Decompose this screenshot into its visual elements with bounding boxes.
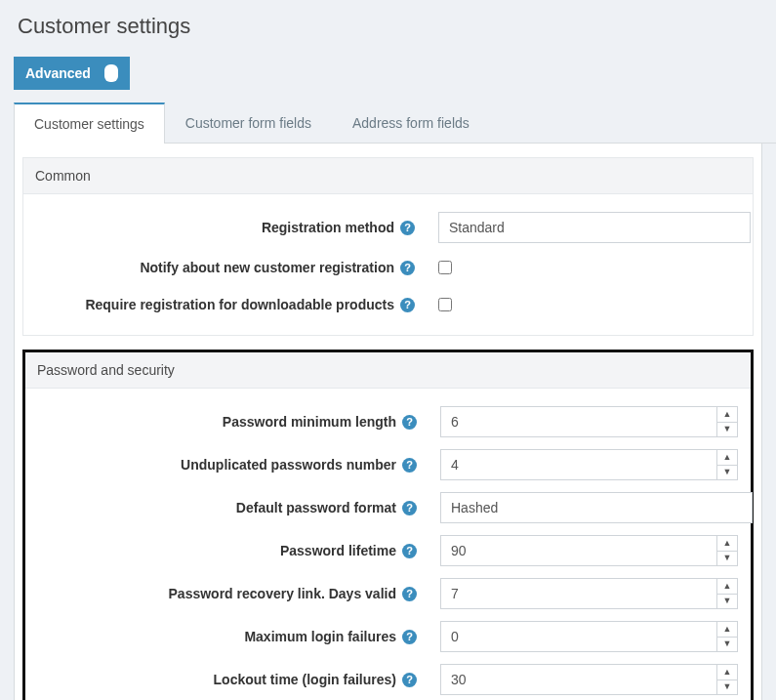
label-undup-passwords: Unduplicated passwords number <box>181 457 396 473</box>
tab-address-form-fields[interactable]: Address form fields <box>332 103 490 144</box>
spin-up-icon[interactable]: ▲ <box>717 407 737 423</box>
advanced-toggle[interactable]: Advanced <box>14 57 130 90</box>
max-login-failures-input[interactable] <box>440 621 716 652</box>
lockout-time-input[interactable] <box>440 664 716 695</box>
help-icon[interactable]: ? <box>402 630 417 644</box>
label-password-lifetime: Password lifetime <box>280 543 396 558</box>
undup-passwords-input[interactable] <box>440 449 716 480</box>
label-recovery-days: Password recovery link. Days valid <box>169 586 396 601</box>
help-icon[interactable]: ? <box>402 501 417 515</box>
page-title: Customer settings <box>0 0 776 57</box>
label-default-password-format: Default password format <box>236 500 396 515</box>
recovery-days-input[interactable] <box>440 578 716 609</box>
label-require-reg-download: Require registration for downloadable pr… <box>85 297 394 312</box>
tab-bar: Customer settings Customer form fields A… <box>14 102 776 144</box>
row-default-password-format: Default password format ? Hashed <box>33 486 743 529</box>
help-icon[interactable]: ? <box>402 544 417 558</box>
spin-down-icon[interactable]: ▼ <box>717 552 737 566</box>
label-lockout-time: Lockout time (login failures) <box>214 672 396 687</box>
spin-up-icon[interactable]: ▲ <box>717 536 737 552</box>
section-password-header: Password and security <box>25 352 751 389</box>
row-max-login-failures: Maximum login failures ? ▲ ▼ <box>33 615 743 658</box>
row-recovery-days: Password recovery link. Days valid ? ▲ ▼ <box>33 572 743 615</box>
label-notify-new-customer: Notify about new customer registration <box>140 260 394 275</box>
section-common-header: Common <box>22 157 754 194</box>
toggle-knob-icon <box>104 64 118 82</box>
spin-down-icon[interactable]: ▼ <box>717 680 737 695</box>
row-undup-passwords: Unduplicated passwords number ? ▲ ▼ <box>33 443 743 486</box>
password-min-length-input[interactable] <box>440 406 716 437</box>
password-lifetime-input[interactable] <box>440 535 716 566</box>
help-icon[interactable]: ? <box>402 587 417 601</box>
row-password-min-length: Password minimum length ? ▲ ▼ <box>33 400 743 443</box>
section-common: Common Registration method ? Standard No… <box>22 157 754 336</box>
label-max-login-failures: Maximum login failures <box>244 629 396 644</box>
help-icon[interactable]: ? <box>402 458 417 473</box>
row-registration-method: Registration method ? Standard <box>31 206 745 249</box>
help-icon[interactable]: ? <box>402 415 417 430</box>
help-icon[interactable]: ? <box>400 221 415 235</box>
settings-panel: Common Registration method ? Standard No… <box>14 144 762 700</box>
spin-up-icon[interactable]: ▲ <box>717 622 737 638</box>
help-icon[interactable]: ? <box>402 673 417 687</box>
default-password-format-select[interactable]: Hashed <box>440 492 753 523</box>
require-reg-download-checkbox[interactable] <box>438 298 452 311</box>
registration-method-select[interactable]: Standard <box>438 212 751 243</box>
section-password-security: Password and security Password minimum l… <box>22 350 754 700</box>
help-icon[interactable]: ? <box>400 298 415 312</box>
tab-customer-form-fields[interactable]: Customer form fields <box>165 103 332 144</box>
spin-down-icon[interactable]: ▼ <box>717 466 737 480</box>
label-password-min-length: Password minimum length <box>223 414 396 430</box>
row-password-lifetime: Password lifetime ? ▲ ▼ <box>33 529 743 572</box>
notify-new-customer-checkbox[interactable] <box>438 261 452 274</box>
help-icon[interactable]: ? <box>400 261 415 275</box>
advanced-toggle-label: Advanced <box>25 65 91 81</box>
spin-down-icon[interactable]: ▼ <box>717 638 737 652</box>
row-require-reg-download: Require registration for downloadable pr… <box>31 286 745 323</box>
label-registration-method: Registration method <box>262 220 394 235</box>
spin-up-icon[interactable]: ▲ <box>717 579 737 595</box>
tab-customer-settings[interactable]: Customer settings <box>14 103 165 144</box>
spin-up-icon[interactable]: ▲ <box>717 450 737 466</box>
spin-down-icon[interactable]: ▼ <box>717 423 737 437</box>
spin-up-icon[interactable]: ▲ <box>717 665 737 680</box>
row-lockout-time: Lockout time (login failures) ? ▲ ▼ <box>33 658 743 700</box>
spin-down-icon[interactable]: ▼ <box>717 595 737 609</box>
row-notify-new-customer: Notify about new customer registration ? <box>31 249 745 286</box>
